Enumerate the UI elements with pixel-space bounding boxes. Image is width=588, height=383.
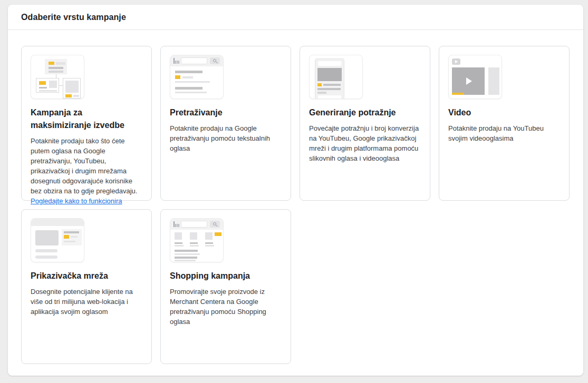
card-description: Povećajte potražnju i broj konverzija na… [309, 123, 421, 163]
card-description: Potaknite prodaju na Google pretraživanj… [170, 123, 282, 153]
campaign-type-panel: Odaberite vrstu kampanje [8, 5, 583, 376]
shopping-campaign-icon [170, 218, 224, 262]
performance-max-icon [31, 55, 84, 99]
panel-header: Odaberite vrstu kampanje [8, 5, 583, 30]
card-title: Prikazivačka mreža [31, 270, 142, 282]
card-description: Potaknite prodaju na YouTubeu svojim vid… [448, 123, 560, 143]
card-title: Shopping kampanja [170, 270, 282, 282]
campaign-card-grid: Kampanja za maksimiziranje izvedbe Potak… [8, 30, 583, 364]
magnifier-icon [213, 222, 216, 225]
card-title: Kampanja za maksimiziranje izvedbe [31, 106, 142, 132]
video-campaign-icon [448, 55, 502, 99]
progress-bar [452, 93, 464, 95]
card-title: Video [448, 106, 560, 119]
campaign-card-performance-max[interactable]: Kampanja za maksimiziranje izvedbe Potak… [21, 46, 152, 201]
play-icon [466, 77, 472, 85]
page-title: Odaberite vrstu kampanje [21, 13, 126, 22]
card-description: Promovirajte svoje proizvode iz Merchant… [170, 287, 282, 327]
play-icon [455, 60, 458, 63]
campaign-card-display[interactable]: Prikazivačka mreža Dosegnite potencijaln… [21, 209, 152, 364]
magnifier-icon [213, 59, 216, 62]
search-campaign-icon [170, 55, 224, 99]
card-title: Pretraživanje [170, 106, 282, 119]
campaign-card-shopping[interactable]: Shopping kampanja Promovirajte svoje pro… [160, 209, 291, 364]
campaign-card-video[interactable]: Video Potaknite prodaju na YouTubeu svoj… [439, 46, 570, 201]
how-it-works-link[interactable]: Pogledajte kako to funkcionira [31, 197, 122, 205]
card-title: Generiranje potražnje [309, 106, 421, 119]
demand-gen-icon [309, 55, 363, 99]
card-description: Potaknite prodaju tako što ćete putem og… [31, 136, 142, 206]
card-description-text: Potaknite prodaju tako što ćete putem og… [31, 137, 137, 195]
card-description: Dosegnite potencijalne klijente na više … [31, 287, 142, 317]
display-network-icon [31, 218, 84, 262]
campaign-card-search[interactable]: Pretraživanje Potaknite prodaju na Googl… [160, 46, 291, 201]
campaign-card-demand-gen[interactable]: Generiranje potražnje Povećajte potražnj… [300, 46, 430, 201]
